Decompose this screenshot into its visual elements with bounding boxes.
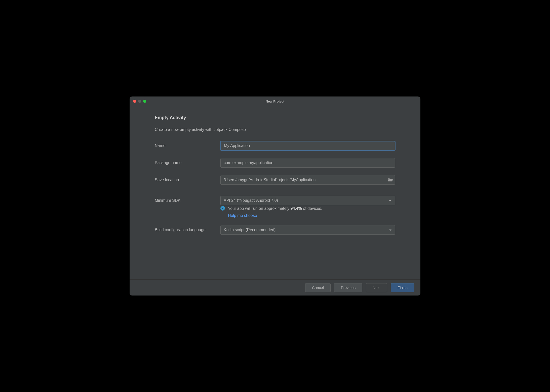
dialog-content: Empty Activity Create a new empty activi… — [130, 106, 420, 279]
previous-button[interactable]: Previous — [334, 283, 362, 292]
finish-button[interactable]: Finish — [391, 283, 414, 292]
close-window-button[interactable] — [133, 100, 136, 103]
build-lang-value: Kotlin script (Recommended) — [224, 228, 276, 232]
build-lang-row: Build configuration language Kotlin scri… — [155, 225, 395, 235]
location-label: Save location — [155, 178, 220, 182]
location-row: Save location — [155, 175, 395, 185]
minimize-window-button[interactable] — [138, 100, 141, 103]
package-label: Package name — [155, 161, 220, 165]
build-lang-label: Build configuration language — [155, 228, 220, 232]
name-input[interactable] — [220, 141, 395, 151]
sdk-info-row: i Your app will run on approximately 94.… — [155, 205, 395, 219]
sdk-info-text: Your app will run on approximately 94.4%… — [228, 205, 322, 219]
package-input[interactable] — [220, 158, 395, 168]
dialog-footer: Cancel Previous Next Finish — [130, 279, 420, 296]
min-sdk-select[interactable]: API 24 ("Nougat"; Android 7.0) — [220, 196, 395, 205]
package-row: Package name — [155, 158, 395, 168]
info-icon: i — [220, 206, 225, 211]
sdk-info-prefix: Your app will run on approximately — [228, 206, 290, 211]
help-me-choose-link[interactable]: Help me choose — [228, 212, 322, 219]
cancel-button[interactable]: Cancel — [305, 283, 331, 292]
traffic-lights — [133, 100, 146, 103]
name-label: Name — [155, 143, 220, 148]
name-row: Name — [155, 141, 395, 151]
window-title: New Project — [266, 100, 284, 103]
sdk-info-suffix: of devices. — [302, 206, 322, 211]
folder-open-icon[interactable] — [388, 178, 393, 182]
sdk-info-percent: 94.4% — [290, 206, 302, 211]
titlebar: New Project — [130, 96, 420, 106]
maximize-window-button[interactable] — [143, 100, 146, 103]
next-button: Next — [366, 283, 387, 292]
location-input[interactable] — [220, 175, 395, 185]
new-project-dialog: New Project Empty Activity Create a new … — [130, 96, 420, 296]
page-heading: Empty Activity — [155, 115, 395, 120]
min-sdk-label: Minimum SDK — [155, 198, 220, 203]
page-subheading: Create a new empty activity with Jetpack… — [155, 127, 395, 132]
build-lang-select[interactable]: Kotlin script (Recommended) — [220, 225, 395, 235]
min-sdk-value: API 24 ("Nougat"; Android 7.0) — [224, 198, 278, 203]
min-sdk-row: Minimum SDK API 24 ("Nougat"; Android 7.… — [155, 196, 395, 205]
